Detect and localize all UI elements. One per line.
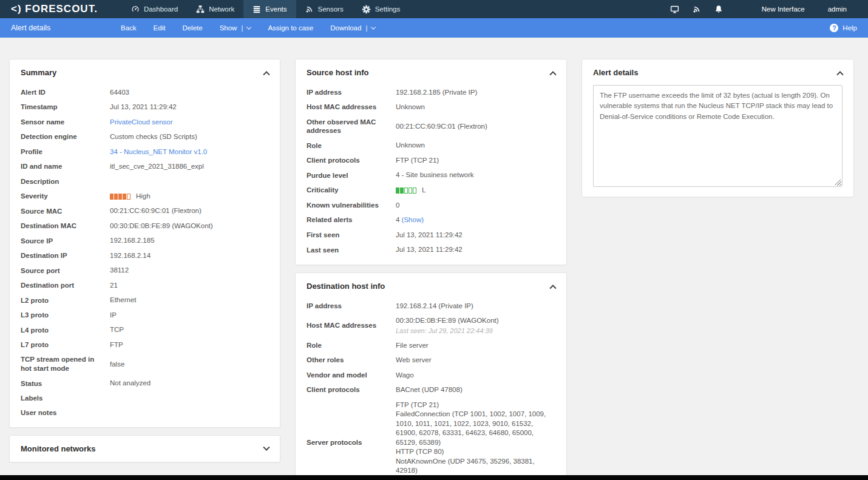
resize-grip-icon[interactable] (835, 179, 841, 185)
nav-item-events[interactable]: Events (243, 0, 296, 18)
field-value: 0 (396, 201, 555, 211)
help-button[interactable]: ? Help (830, 24, 868, 32)
delete-button[interactable]: Delete (174, 18, 211, 38)
profile-link[interactable]: 34 - Nucleus_NET Monitor v1.0 (110, 148, 207, 155)
field-value: 4 (Show) (396, 215, 555, 225)
nav-item-label: Dashboard (144, 5, 178, 13)
source-host-rows: IP address192.168.2.185 (Private IP)Host… (296, 84, 566, 265)
field-label: Purdue level (307, 171, 387, 180)
source-host-header[interactable]: Source host info (296, 59, 566, 84)
field-label: Status (21, 379, 101, 388)
summary-panel-title: Summary (21, 68, 56, 77)
assign-to-case-button[interactable]: Assign to case (259, 18, 322, 38)
field-row-client-protocols: Client protocolsBACnet (UDP 47808) (307, 383, 555, 398)
nav-item-label: Events (265, 5, 287, 13)
field-value: 192.168.2.185 (110, 236, 269, 246)
field-row-last-seen: Last seenJul 13, 2021 11:29:42 (307, 243, 555, 258)
nav-item-settings[interactable]: Settings (353, 0, 410, 18)
user-menu[interactable]: admin (815, 0, 855, 18)
field-row-client-protocols: Client protocolsFTP (TCP 21) (307, 153, 555, 168)
field-label: Host MAC addresses (307, 103, 387, 112)
settings-icon (362, 5, 371, 14)
field-label: User notes (21, 408, 101, 417)
field-label: L2 proto (21, 296, 101, 305)
field-label: Host MAC addresses (307, 321, 387, 330)
help-label: Help (843, 24, 857, 32)
field-row-status: StatusNot analyzed (21, 376, 269, 391)
edit-button[interactable]: Edit (145, 18, 174, 38)
bell-button[interactable] (708, 0, 730, 18)
field-label: Severity (21, 192, 101, 201)
field-row-source-mac: Source MAC00:21:CC:60:9C:01 (Flextron) (21, 204, 269, 219)
sensor-name-link[interactable]: PrivateCloud sensor (110, 118, 173, 126)
alert-details-textarea[interactable]: The FTP username exceeds the limit of 32… (593, 85, 843, 187)
field-value: High (110, 192, 269, 201)
new-interface-label: New Interface (762, 5, 805, 13)
alert-details-header[interactable]: Alert details (582, 59, 853, 84)
field-value: 21 (110, 281, 269, 291)
field-row-labels: Labels (21, 391, 269, 405)
signal-button[interactable] (686, 0, 708, 18)
download-button[interactable]: Download| (322, 18, 384, 38)
summary-panel: Summary Alert ID64403TimestampJul 13, 20… (9, 59, 280, 428)
field-label: Source IP (21, 237, 101, 246)
nav-item-sensors[interactable]: Sensors (296, 0, 353, 18)
chevron-down-icon[interactable] (263, 444, 270, 450)
main-content: Summary Alert ID64403TimestampJul 13, 20… (0, 38, 868, 480)
field-row-id-and-name: ID and nameitl_sec_cve_2021_31886_expl (21, 160, 269, 175)
field-label: L3 proto (21, 311, 101, 320)
field-value: 192.168.2.14 (Private IP) (396, 302, 555, 311)
destination-host-header[interactable]: Destination host info (296, 273, 566, 297)
field-row-ip-address: IP address192.168.2.14 (Private IP) (307, 299, 555, 314)
field-value: Web server (396, 356, 555, 365)
destination-host-title: Destination host info (307, 282, 385, 291)
field-row-alert-id: Alert ID64403 (21, 85, 269, 100)
action-buttons: BackEditDeleteShow|Assign to caseDownloa… (112, 18, 384, 38)
field-row-host-mac-addresses: Host MAC addressesUnknown (307, 100, 555, 115)
field-label: L4 proto (21, 326, 101, 335)
button-label: Assign to case (268, 24, 313, 32)
field-row-destination-mac: Destination MAC00:30:DE:0B:FE:89 (WAGOKo… (21, 218, 269, 234)
field-value: Unknown (396, 141, 555, 150)
back-button[interactable]: Back (112, 18, 145, 38)
monitor-button[interactable] (663, 0, 686, 18)
field-label: Labels (21, 394, 101, 403)
button-label: Delete (182, 24, 202, 32)
field-row-vendor-and-model: Vendor and modelWago (307, 368, 555, 383)
severity-meter (110, 194, 131, 200)
nav-item-label: Sensors (318, 5, 344, 13)
summary-rows: Alert ID64403TimestampJul 13, 2021 11:29… (10, 84, 280, 427)
field-label: Server protocols (307, 438, 387, 447)
monitored-networks-title: Monitored networks (21, 444, 96, 453)
chevron-up-icon[interactable] (263, 71, 270, 78)
monitored-networks-header[interactable]: Monitored networks (10, 436, 280, 462)
field-row-source-ip: Source IP192.168.2.185 (21, 234, 269, 249)
new-interface-button[interactable]: New Interface (749, 0, 813, 18)
monitored-networks-panel: Monitored networks (9, 435, 280, 462)
field-label: Vendor and model (307, 371, 387, 380)
field-label: ID and name (21, 162, 101, 171)
main-nav: DashboardNetworkEventsSensorsSettings (122, 0, 409, 18)
network-icon (196, 5, 205, 13)
help-icon: ? (830, 24, 838, 32)
field-label: Other roles (307, 356, 387, 365)
field-row-role: RoleUnknown (307, 138, 555, 154)
field-value: 00:21:CC:60:9C:01 (Flextron) (110, 206, 269, 216)
chevron-up-icon[interactable] (836, 71, 843, 78)
field-label: Client protocols (307, 156, 387, 165)
field-label: Other observed MAC addresses (307, 118, 387, 136)
show-button[interactable]: Show| (211, 18, 260, 38)
sensors-icon (305, 5, 314, 13)
chevron-up-icon[interactable] (549, 71, 556, 78)
field-value: 00:21:CC:60:9C:01 (Flextron) (396, 122, 555, 132)
field-row-other-observed-mac-addresses: Other observed MAC addresses00:21:CC:60:… (307, 115, 555, 138)
field-label: Alert ID (21, 88, 101, 97)
field-value: false (110, 360, 269, 370)
bell-icon (714, 5, 723, 13)
related-alerts-link[interactable]: (Show) (399, 216, 424, 223)
app: <) FORESCOUT. DashboardNetworkEventsSens… (0, 0, 868, 480)
nav-item-dashboard[interactable]: Dashboard (122, 0, 187, 18)
chevron-up-icon[interactable] (549, 285, 556, 291)
nav-item-network[interactable]: Network (187, 0, 243, 18)
summary-panel-header[interactable]: Summary (10, 59, 280, 84)
